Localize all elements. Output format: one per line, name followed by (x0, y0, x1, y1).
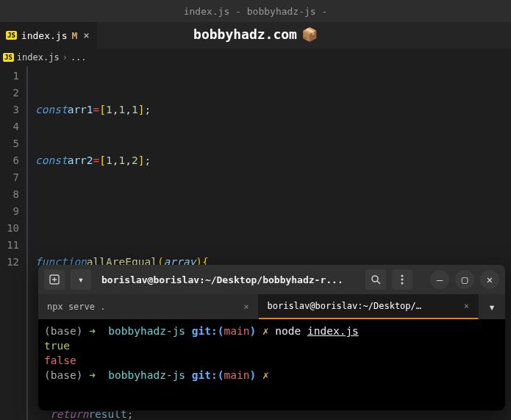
terminal-header: ▾ borislav@borislav:~/Desktop/bobbyhadz-… (38, 265, 505, 294)
js-file-icon: JS (6, 31, 17, 40)
tab-close-icon[interactable]: × (243, 302, 249, 312)
svg-point-3 (401, 278, 403, 280)
js-file-icon: JS (3, 53, 14, 62)
minimize-icon: – (437, 274, 443, 285)
svg-point-1 (372, 276, 378, 282)
line-number: 7 (0, 169, 26, 186)
breadcrumb-more: ... (71, 52, 87, 63)
terminal-body[interactable]: (base) ➜ bobbyhadz-js git:(main) ✗ node … (38, 319, 505, 410)
line-number: 1 (0, 68, 26, 85)
tab-label: borislav@borislav:~/Desktop/b... (268, 301, 422, 311)
tab-modified-indicator: M (71, 30, 77, 41)
window-titlebar: index.js - bobbyhadz-js - (0, 0, 511, 22)
line-number: 5 (0, 135, 26, 152)
line-number: 12 (0, 254, 26, 271)
close-button[interactable]: ✕ (480, 270, 499, 289)
line-number-gutter: 1 2 3 4 5 6 7 8 9 10 11 12 (0, 66, 26, 420)
tab-close-icon[interactable]: × (82, 29, 90, 41)
line-number: 3 (0, 102, 26, 118)
tab-filename: index.js (21, 30, 68, 41)
tabs-dropdown-button[interactable]: ▾ (479, 294, 505, 319)
terminal-output: true (44, 340, 70, 352)
search-button[interactable] (365, 269, 386, 290)
search-icon (371, 274, 381, 285)
watermark-text: bobbyhadz.com (193, 26, 297, 42)
minimize-button[interactable]: – (430, 270, 449, 289)
terminal-output: false (44, 355, 76, 366)
svg-point-2 (401, 274, 403, 277)
plus-square-icon (49, 274, 60, 285)
svg-point-4 (401, 282, 403, 284)
kebab-menu-icon (401, 274, 404, 285)
line-number: 2 (0, 85, 26, 102)
line-number: 4 (0, 118, 26, 135)
line-number: 8 (0, 186, 26, 203)
new-tab-button[interactable] (44, 269, 65, 290)
terminal-tabs: npx serve . × borislav@borislav:~/Deskto… (38, 294, 505, 319)
dropdown-button[interactable]: ▾ (71, 269, 91, 290)
line-number: 11 (0, 237, 26, 254)
line-number: 6 (0, 152, 26, 169)
cube-icon: 📦 (301, 26, 318, 42)
terminal-title: borislav@borislav:~/Desktop/bobbyhadz-r.… (97, 274, 360, 285)
menu-button[interactable] (392, 269, 412, 290)
window-title: index.js - bobbyhadz-js - (184, 6, 328, 17)
maximize-button[interactable]: ▢ (455, 270, 474, 289)
code-line (35, 203, 511, 220)
editor-tabbar: JS index.js M × bobbyhadz.com 📦 (0, 22, 511, 49)
chevron-down-icon: ▾ (78, 274, 84, 285)
chevron-down-icon: ▾ (488, 300, 496, 314)
code-line: const arr2 = [1, 1, 2]; (35, 152, 511, 169)
line-number: 10 (0, 220, 26, 237)
breadcrumb[interactable]: JS index.js › ... (0, 49, 511, 66)
editor-tab-indexjs[interactable]: JS index.js M × (0, 22, 97, 49)
terminal-tab-serve[interactable]: npx serve . × (38, 294, 259, 319)
breadcrumb-separator-icon: › (62, 52, 68, 63)
tab-close-icon[interactable]: × (464, 301, 469, 311)
close-icon: ✕ (487, 274, 493, 285)
watermark: bobbyhadz.com 📦 (193, 26, 318, 42)
line-number: 9 (0, 203, 26, 220)
tab-label: npx serve . (47, 302, 105, 312)
terminal-window: ▾ borislav@borislav:~/Desktop/bobbyhadz-… (38, 265, 505, 410)
code-line: const arr1 = [1, 1, 1]; (35, 102, 511, 118)
maximize-icon: ▢ (462, 274, 468, 285)
breadcrumb-file: index.js (17, 52, 60, 63)
terminal-tab-shell[interactable]: borislav@borislav:~/Desktop/b... × (259, 294, 479, 319)
